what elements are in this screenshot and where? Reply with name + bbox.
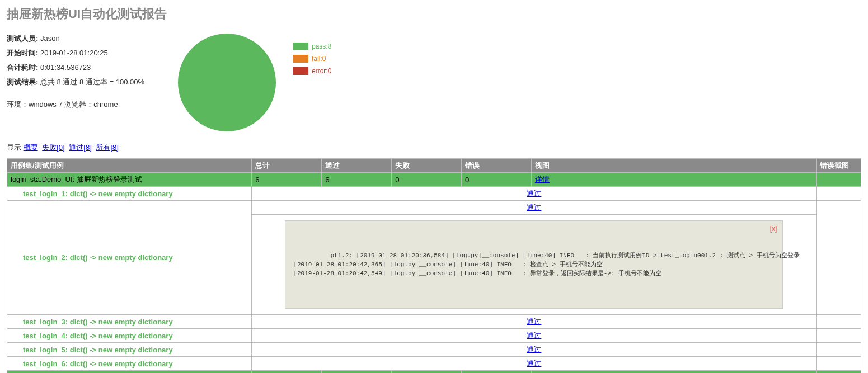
table-row: test_login_3: dict() -> new empty dictio… <box>7 315 861 329</box>
duration-label: 合计耗时: <box>7 63 38 72</box>
suite-name: login_sta.Demo_UI: 抽屉新热榜登录测试 <box>7 173 252 187</box>
table-row: test_login_6: dict() -> new empty dictio… <box>7 357 861 371</box>
suite-row: login_sta.Demo_UI: 抽屉新热榜登录测试 6 6 0 0 详情 <box>7 173 861 187</box>
case-name: test_login_4: dict() -> new empty dictio… <box>7 329 252 343</box>
case-pass-link[interactable]: 通过 <box>527 203 541 211</box>
filter-label: 显示 <box>7 143 21 152</box>
filter-summary-link[interactable]: 概要 <box>24 143 38 152</box>
result-value: 总共 8 通过 8 通过率 = 100.00% <box>40 78 144 86</box>
start-value: 2019-01-28 01:20:25 <box>40 49 108 57</box>
filter-passed-link[interactable]: 通过[8] <box>69 143 91 152</box>
log-panel: [x]pt1.2: [2019-01-28 01:20:36,584] [log… <box>285 220 783 309</box>
legend-swatch-error <box>293 67 308 75</box>
col-total: 总计 <box>252 159 322 173</box>
suite-name: setup_sta.Demo_UI: 首页---设置 <box>7 371 252 374</box>
suite-fail: 0 <box>392 371 462 374</box>
result-label: 测试结果: <box>7 78 38 86</box>
tester-label: 测试人员: <box>7 34 38 43</box>
case-pass-link[interactable]: 通过 <box>527 331 541 339</box>
table-row: test_login_1: dict() -> new empty dictio… <box>7 187 861 201</box>
close-icon[interactable]: [x] <box>770 224 777 233</box>
legend-error: error:0 <box>312 67 331 75</box>
suite-screenshot <box>817 173 861 187</box>
col-fail: 失败 <box>392 159 462 173</box>
page-title: 抽屉新热榜UI自动化测试报告 <box>7 6 861 22</box>
meta-block: 测试人员: Jason 开始时间: 2019-01-28 01:20:25 合计… <box>7 31 144 112</box>
col-view: 视图 <box>531 159 817 173</box>
log-line: [2019-01-28 01:20:42,549] [log.py|__cons… <box>293 270 661 277</box>
start-label: 开始时间: <box>7 49 38 57</box>
legend-swatch-pass <box>293 43 308 50</box>
table-row: test_login_4: dict() -> new empty dictio… <box>7 329 861 343</box>
legend-swatch-fail <box>293 55 308 63</box>
pie-chart <box>178 34 276 131</box>
col-screenshot: 错误截图 <box>817 159 861 173</box>
case-screenshot <box>817 315 861 329</box>
log-line: [2019-01-28 01:20:42,365] [log.py|__cons… <box>293 261 602 268</box>
suite-row: setup_sta.Demo_UI: 首页---设置 2 2 0 0 详情 <box>7 371 861 374</box>
filter-all-link[interactable]: 所有[8] <box>96 143 118 152</box>
env-value: 环境：windows 7 浏览器：chrome <box>7 97 144 112</box>
results-table: 用例集/测试用例 总计 通过 失败 错误 视图 错误截图 login_sta.D… <box>7 158 861 373</box>
case-pass-link[interactable]: 通过 <box>527 189 541 197</box>
suite-pass: 6 <box>322 173 392 187</box>
case-screenshot <box>817 187 861 201</box>
chart-legend: pass:8 fail:0 error:0 <box>293 34 331 79</box>
filter-failed-link[interactable]: 失败[0] <box>42 143 64 152</box>
suite-error: 0 <box>462 371 532 374</box>
legend-fail: fail:0 <box>312 55 326 63</box>
tester-value: Jason <box>40 34 60 43</box>
suite-total: 2 <box>252 371 322 374</box>
suite-total: 6 <box>252 173 322 187</box>
case-screenshot <box>817 357 861 371</box>
filter-bar: 显示 概要 失败[0] 通过[8] 所有[8] <box>7 143 861 153</box>
suite-fail: 0 <box>392 173 462 187</box>
case-screenshot <box>817 329 861 343</box>
suite-screenshot <box>817 371 861 374</box>
suite-error: 0 <box>462 173 532 187</box>
case-name: test_login_6: dict() -> new empty dictio… <box>7 357 252 371</box>
legend-pass: pass:8 <box>312 43 331 50</box>
table-row: test_login_2: dict() -> new empty dictio… <box>7 201 861 215</box>
table-row: test_login_5: dict() -> new empty dictio… <box>7 343 861 357</box>
col-error: 错误 <box>462 159 532 173</box>
case-pass-link[interactable]: 通过 <box>527 359 541 367</box>
case-pass-link[interactable]: 通过 <box>527 345 541 353</box>
duration-value: 0:01:34.536723 <box>40 63 91 72</box>
suite-detail-link[interactable]: 详情 <box>535 175 550 183</box>
case-screenshot <box>817 201 861 315</box>
col-pass: 通过 <box>322 159 392 173</box>
case-name: test_login_3: dict() -> new empty dictio… <box>7 315 252 329</box>
case-screenshot <box>817 343 861 357</box>
suite-pass: 2 <box>322 371 392 374</box>
case-name: test_login_5: dict() -> new empty dictio… <box>7 343 252 357</box>
case-pass-link[interactable]: 通过 <box>527 317 541 325</box>
col-name: 用例集/测试用例 <box>7 159 252 173</box>
case-name: test_login_1: dict() -> new empty dictio… <box>7 187 252 201</box>
case-name: test_login_2: dict() -> new empty dictio… <box>7 201 252 315</box>
log-line: pt1.2: [2019-01-28 01:20:36,584] [log.py… <box>330 252 799 259</box>
